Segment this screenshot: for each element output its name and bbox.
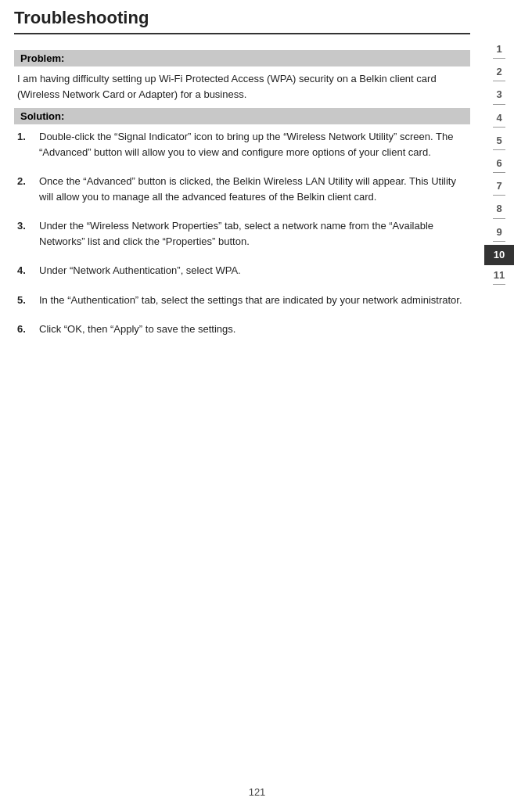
page-container: 1 2 3 4 5 6 7 8 9 10 11 [0,0,514,812]
sidebar-item-1[interactable]: 1 [484,39,514,62]
sidebar-item-5[interactable]: 5 [484,131,514,153]
step-3-number: 3. [17,218,39,249]
sidebar-item-11[interactable]: 11 [484,265,514,288]
sidebar-item-10[interactable]: 10 [484,245,514,265]
step-2-text: Once the “Advanced” button is clicked, t… [39,174,467,204]
step-3: 3. Under the “Wireless Network Propertie… [14,218,470,249]
sidebar-item-9[interactable]: 9 [484,222,514,245]
sidebar-item-8[interactable]: 8 [484,199,514,221]
step-6: 6. Click “OK, then “Apply” to save the s… [14,322,470,337]
step-2: 2. Once the “Advanced” button is clicked… [14,174,470,204]
sidebar-item-3[interactable]: 3 [484,84,514,107]
step-4-number: 4. [17,263,39,278]
step-5-text: In the “Authentication” tab, select the … [39,293,462,308]
page-title: Troubleshooting [14,0,470,34]
step-1-text: Double-click the “Signal Indicator” icon… [39,129,467,160]
step-5: 5. In the “Authentication” tab, select t… [14,293,470,308]
problem-label: Problem: [14,50,470,66]
solution-label: Solution: [14,108,470,124]
step-4-text: Under “Network Authentication”, select W… [39,263,241,278]
step-6-text: Click “OK, then “Apply” to save the sett… [39,322,235,337]
main-content: Troubleshooting Problem: I am having dif… [0,0,484,383]
step-2-number: 2. [17,174,39,204]
step-4: 4. Under “Network Authentication”, selec… [14,263,470,278]
sidebar-nav: 1 2 3 4 5 6 7 8 9 10 11 [484,0,514,812]
step-1-number: 1. [17,129,39,160]
page-number: 121 [249,786,266,798]
step-5-number: 5. [17,293,39,308]
sidebar-item-2[interactable]: 2 [484,62,514,84]
step-3-text: Under the “Wireless Network Properties” … [39,218,467,249]
step-6-number: 6. [17,322,39,337]
sidebar-item-4[interactable]: 4 [484,108,514,131]
sidebar-item-6[interactable]: 6 [484,153,514,176]
sidebar-item-7[interactable]: 7 [484,176,514,199]
problem-text: I am having difficulty setting up Wi-Fi … [14,71,470,102]
step-1: 1. Double-click the “Signal Indicator” i… [14,129,470,160]
